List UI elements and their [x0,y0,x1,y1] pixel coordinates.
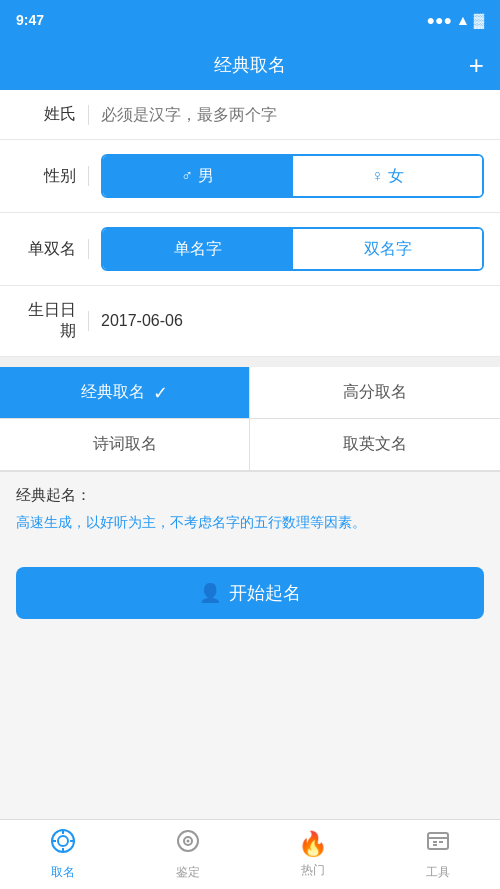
english-naming-label: 取英文名 [343,434,407,455]
start-button-area: 👤 开始起名 [0,547,500,639]
start-naming-button[interactable]: 👤 开始起名 [16,567,484,619]
signal-icon: ●●● [427,12,452,28]
gender-male-button[interactable]: ♂ 男 [103,156,292,196]
highscore-naming-tab[interactable]: 高分取名 [250,367,500,419]
english-naming-tab[interactable]: 取英文名 [250,419,500,471]
surname-row: 姓氏 [0,90,500,140]
name-type-label: 单双名 [16,239,76,260]
svg-rect-9 [428,833,448,849]
tab-tools[interactable]: 工具 [375,820,500,889]
single-name-button[interactable]: 单名字 [103,229,292,269]
gender-divider [88,166,89,186]
description-area: 经典起名： 高速生成，以好听为主，不考虑名字的五行数理等因素。 [0,472,500,547]
name-type-divider [88,239,89,259]
gender-female-button[interactable]: ♀ 女 [293,156,482,196]
description-title: 经典起名： [16,486,484,505]
description-body: 高速生成，以好听为主，不考虑名字的五行数理等因素。 [16,511,484,533]
section-separator-1 [0,357,500,367]
birthday-row: 生日日期 2017-06-06 [0,286,500,357]
appraise-tab-label: 鉴定 [176,864,200,881]
name-type-toggle: 单名字 双名字 [101,227,484,271]
appraise-tab-icon [175,828,201,860]
double-name-button[interactable]: 双名字 [293,229,482,269]
svg-point-1 [58,836,68,846]
gender-label: 性别 [16,166,76,187]
surname-input[interactable] [101,106,484,124]
hot-tab-icon: 🔥 [298,830,328,858]
start-icon: 👤 [199,582,221,604]
tab-hot[interactable]: 🔥 热门 [250,820,375,889]
header-title: 经典取名 [214,53,286,77]
start-label: 开始起名 [229,581,301,605]
tab-bar: 取名 鉴定 🔥 热门 工具 [0,819,500,889]
tools-tab-label: 工具 [426,864,450,881]
surname-label: 姓氏 [16,104,76,125]
birthday-divider [88,311,89,331]
highscore-naming-label: 高分取名 [343,382,407,403]
svg-point-8 [186,840,189,843]
status-icons: ●●● ▲ ▓ [427,12,484,28]
gender-row: 性别 ♂ 男 ♀ 女 [0,140,500,213]
add-button[interactable]: + [469,50,484,81]
birthday-value[interactable]: 2017-06-06 [101,312,183,330]
form-area: 姓氏 性别 ♂ 男 ♀ 女 单双名 单名字 双名字 生日日期 2017-06-0… [0,90,500,357]
wifi-icon: ▲ [456,12,470,28]
name-type-grid: 经典取名 ✓ 高分取名 诗词取名 取英文名 [0,367,500,472]
gender-toggle: ♂ 男 ♀ 女 [101,154,484,198]
tab-naming[interactable]: 取名 [0,820,125,889]
naming-tab-icon [50,828,76,860]
poetry-naming-label: 诗词取名 [93,434,157,455]
battery-icon: ▓ [474,12,484,28]
poetry-naming-tab[interactable]: 诗词取名 [0,419,250,471]
check-icon: ✓ [153,382,168,404]
birthday-label: 生日日期 [16,300,76,342]
content-fill [0,639,500,819]
hot-tab-label: 热门 [301,862,325,879]
tab-appraise[interactable]: 鉴定 [125,820,250,889]
name-type-row: 单双名 单名字 双名字 [0,213,500,286]
naming-tab-label: 取名 [51,864,75,881]
surname-divider [88,105,89,125]
tools-tab-icon [425,828,451,860]
header: 经典取名 + [0,40,500,90]
status-bar: 9:47 ●●● ▲ ▓ [0,0,500,40]
classic-naming-label: 经典取名 [81,382,145,403]
classic-naming-tab[interactable]: 经典取名 ✓ [0,367,250,419]
status-time: 9:47 [16,12,44,28]
